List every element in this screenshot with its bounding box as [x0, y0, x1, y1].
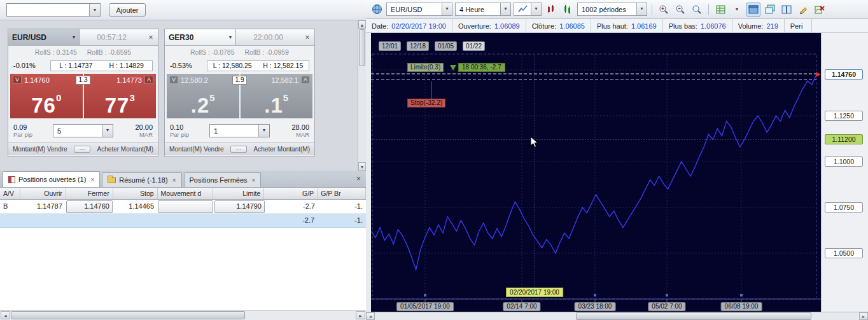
chevron-down-icon[interactable]: ▾ [636, 3, 647, 15]
more-options-button[interactable]: ··· [230, 146, 247, 153]
roll-sell: RollS : -0.0785 [190, 48, 234, 56]
periods-select[interactable]: 1002 périodes ▾ [577, 3, 647, 16]
scroll-right-icon[interactable]: ► [356, 311, 365, 319]
scroll-left-icon[interactable]: ◄ [1, 311, 10, 319]
table-row[interactable]: B1.147871.147601.144651.14790-2.7-1. [0, 200, 366, 214]
chevron-down-icon[interactable]: ▾ [500, 3, 510, 15]
buy-button[interactable]: 1.14773 A 773 [84, 74, 157, 118]
cell[interactable] [158, 200, 213, 213]
chevron-down-icon[interactable]: ▾ [258, 125, 269, 137]
zoom-select-button[interactable] [690, 3, 704, 17]
draw-pencil-icon[interactable] [796, 3, 810, 17]
crosshair-date-label: 02/20/2017 19:00 [506, 288, 563, 297]
date-button[interactable]: 12/01 [379, 41, 401, 51]
stop-order-tag[interactable]: Stop(-32.2) [407, 99, 445, 108]
chart-frame-button[interactable] [746, 3, 760, 17]
chart-toolbar: EUR/USD ▾ 4 Heure ▾ ▾ 1002 périodes ▾ [366, 0, 868, 19]
column-header[interactable]: A/V [0, 188, 20, 199]
symbol-search-combo[interactable]: ▾ [6, 3, 101, 17]
remove-chart-button[interactable] [813, 3, 827, 17]
tab-close-icon[interactable]: × [172, 177, 176, 184]
close-icon[interactable]: × [300, 29, 314, 45]
column-header[interactable]: Ouvrir [20, 188, 66, 199]
sell-button[interactable]: V 1.14760 760 [10, 74, 83, 118]
sell-button[interactable]: V 12,580.2 .25 [167, 74, 239, 118]
price-axis-label: 1.1250 [825, 111, 863, 121]
buy-price-big: .15 [241, 84, 313, 118]
column-header[interactable]: G/P [264, 188, 318, 199]
positions-horizontal-scrollbar[interactable]: ◄ ► [0, 310, 366, 320]
add-symbol-button[interactable]: Ajouter [109, 3, 146, 17]
column-header[interactable]: Stop [113, 188, 158, 199]
cell: 1.14787 [20, 200, 66, 213]
per-pip-value: 0.09 Par pip [13, 123, 46, 139]
date-button[interactable]: 12/18 [407, 41, 429, 51]
chart-type-select[interactable]: ▾ [514, 3, 542, 16]
tab-resume[interactable]: Résumé (-1.18) × [102, 172, 181, 187]
amount-select[interactable]: 1 ▾ [209, 124, 270, 137]
scrollbar-thumb[interactable] [359, 29, 365, 66]
column-header[interactable]: Limite [213, 188, 264, 199]
tab-positions-ouvertes[interactable]: Positions ouvertes (1) × [3, 171, 100, 187]
buy-side-badge: A [301, 76, 310, 84]
indicators-button[interactable] [713, 3, 727, 17]
column-header[interactable]: Mouvement d [158, 188, 214, 199]
price-axis-label: 1.14760 [825, 69, 863, 80]
session-low: L : 12,580.25 [213, 62, 252, 69]
tab-label: Positions Fermées [190, 176, 248, 184]
tile-windows-button[interactable] [780, 3, 794, 17]
session-high: H : 1.14829 [109, 62, 144, 69]
tab-positions-fermees[interactable]: Positions Fermées × [184, 172, 262, 187]
scroll-right-icon[interactable]: ► [859, 312, 868, 320]
cell[interactable] [66, 214, 113, 227]
scroll-left-icon[interactable]: ◄ [366, 312, 375, 320]
chevron-down-icon[interactable]: ▾ [89, 4, 100, 16]
date-button[interactable]: 01/22 [463, 41, 485, 51]
tab-close-icon[interactable]: × [90, 176, 94, 183]
limit-order-tag[interactable]: Limite(0.3) [407, 63, 444, 72]
scroll-down-icon[interactable]: ▼ [358, 162, 366, 170]
indicators-dropdown-icon[interactable]: ▾ [730, 3, 744, 17]
chart-horizontal-scrollbar[interactable]: ◄ ► [366, 312, 868, 320]
chevron-down-icon[interactable]: ▾ [531, 3, 541, 15]
table-row[interactable]: -2.7-1. [0, 214, 366, 228]
amount-select[interactable]: 5 ▾ [53, 124, 113, 137]
column-header[interactable]: Fermer [66, 188, 113, 199]
chart-symbol-select[interactable]: EUR/USD ▾ [386, 3, 452, 16]
symbol-dropdown[interactable]: EUR/USD ▾ [8, 29, 80, 45]
timeframe-select[interactable]: 4 Heure ▾ [455, 3, 511, 16]
ask-line-toggle-icon[interactable] [561, 3, 575, 17]
quotes-vertical-scrollbar[interactable]: ▲ ▼ [358, 20, 366, 170]
buy-button[interactable]: 12,582.1 A .15 [241, 74, 313, 118]
symbol-dropdown[interactable]: GER30 ▾ [165, 29, 236, 45]
instrument-globe-icon[interactable] [370, 3, 384, 17]
chart-plot-area[interactable]: 12/0112/1801/0501/22 Limite(0.3) 18 00:3… [371, 33, 821, 312]
buy-price: 12,582.1 [271, 76, 298, 84]
infobar-field: Ouverture:1.06089 [452, 19, 526, 32]
more-options-button[interactable]: ··· [74, 146, 90, 153]
chevron-down-icon[interactable]: ▾ [102, 125, 113, 137]
panel-close-icon[interactable]: × [356, 174, 361, 183]
scrollbar-thumb[interactable] [11, 311, 245, 319]
symbol-search-input[interactable] [7, 4, 89, 16]
zoom-out-button[interactable] [673, 3, 687, 17]
infobar-field: Volume:219 [732, 19, 785, 32]
zoom-in-button[interactable] [657, 3, 671, 17]
cell: -2.7 [265, 200, 318, 213]
column-header[interactable]: G/P Br [318, 188, 366, 199]
scrollbar-thumb[interactable] [576, 312, 811, 320]
close-icon[interactable]: × [144, 29, 158, 45]
bid-line-toggle-icon[interactable] [544, 3, 558, 17]
cell[interactable]: 1.14760 [66, 200, 113, 213]
scroll-up-icon[interactable]: ▲ [358, 20, 366, 29]
price-axis[interactable]: 1.147601.12501.112001.10001.07501.0500 [821, 33, 868, 312]
session-low: L : 1.14737 [59, 62, 92, 69]
symbol-add-toolbar: ▾ Ajouter [0, 0, 366, 20]
price-axis-label: 1.0500 [825, 248, 863, 258]
chevron-down-icon[interactable]: ▾ [442, 3, 452, 15]
cascade-windows-button[interactable] [763, 3, 777, 17]
date-button[interactable]: 01/05 [435, 41, 457, 51]
line-chart-icon [518, 5, 528, 13]
tab-close-icon[interactable]: × [252, 177, 256, 184]
cell[interactable] [158, 214, 214, 227]
